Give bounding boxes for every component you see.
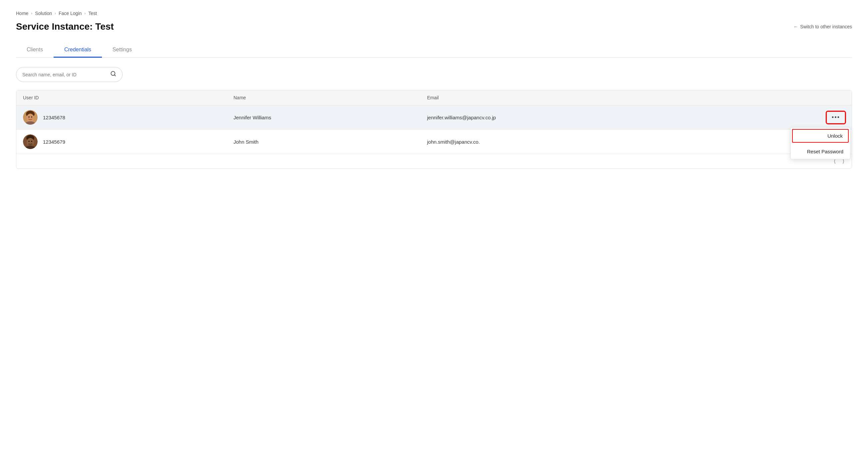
table-wrapper: User ID Name Email <box>16 90 852 169</box>
avatar-john <box>23 134 38 149</box>
breadcrumb-sep-3: › <box>84 11 86 16</box>
page-header: Service Instance: Test ← Switch to other… <box>16 21 852 32</box>
cell-email-2: john.smith@japancv.co. <box>420 130 732 154</box>
search-container <box>16 67 852 82</box>
user-cell-1: 12345678 <box>23 110 220 125</box>
pagination: ⟨ ⟩ <box>16 154 852 168</box>
cell-user-id-2: 12345679 <box>16 130 227 154</box>
svg-point-13 <box>28 144 33 146</box>
more-actions-button-1[interactable]: ••• <box>827 112 845 123</box>
tab-credentials[interactable]: Credentials <box>54 43 102 58</box>
table-header-row: User ID Name Email <box>16 90 852 105</box>
tabs: Clients Credentials Settings <box>16 43 852 58</box>
table-row: 12345678 Jennifer Williams jennifer.will… <box>16 105 852 130</box>
svg-point-11 <box>28 141 30 142</box>
cell-name-2: John Smith <box>227 130 420 154</box>
switch-instances-button[interactable]: ← Switch to other instances <box>794 24 852 29</box>
svg-point-4 <box>27 114 34 122</box>
user-id-1: 12345678 <box>43 115 65 120</box>
breadcrumb-home[interactable]: Home <box>16 11 28 16</box>
cell-user-id-1: 12345678 <box>16 105 227 130</box>
user-id-2: 12345679 <box>43 139 65 145</box>
breadcrumb-sep-2: › <box>55 11 56 16</box>
credentials-table: User ID Name Email <box>16 90 852 154</box>
cell-email-1: jennifer.williams@japancv.co.jp <box>420 105 732 130</box>
dropdown-item-reset-password[interactable]: Reset Password <box>791 144 850 159</box>
svg-line-1 <box>114 75 115 76</box>
breadcrumb-test[interactable]: Test <box>88 11 97 16</box>
breadcrumb-sep-1: › <box>31 11 32 16</box>
col-email: Email <box>420 90 732 105</box>
col-actions <box>732 90 852 105</box>
breadcrumb-solution[interactable]: Solution <box>35 11 52 16</box>
cell-name-1: Jennifer Williams <box>227 105 420 130</box>
search-box <box>16 67 123 82</box>
avatar-jennifer <box>23 110 38 125</box>
switch-instances-label: Switch to other instances <box>800 24 852 29</box>
dropdown-item-unlock[interactable]: Unlock <box>792 129 849 143</box>
search-icon[interactable] <box>110 71 116 78</box>
svg-point-5 <box>28 116 30 118</box>
breadcrumb-face-login[interactable]: Face Login <box>59 11 82 16</box>
breadcrumb: Home › Solution › Face Login › Test <box>16 11 852 16</box>
arrow-left-icon: ← <box>794 24 798 29</box>
tab-clients[interactable]: Clients <box>16 43 54 58</box>
svg-point-6 <box>31 116 32 118</box>
context-menu: Unlock Reset Password <box>790 127 850 159</box>
col-user-id: User ID <box>16 90 227 105</box>
tab-settings[interactable]: Settings <box>102 43 143 58</box>
svg-point-12 <box>31 141 32 142</box>
table-row: 12345679 John Smith john.smith@japancv.c… <box>16 130 852 154</box>
page-title: Service Instance: Test <box>16 21 114 32</box>
search-input[interactable] <box>22 72 110 77</box>
col-name: Name <box>227 90 420 105</box>
user-cell-2: 12345679 <box>23 134 220 149</box>
cell-actions-1: ••• Unlock Reset Password <box>732 105 852 130</box>
